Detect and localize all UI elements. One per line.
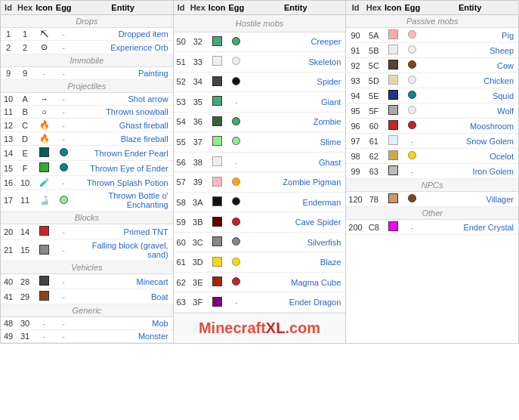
col-hex-right: Hex (365, 1, 383, 15)
col-entity-mid: Entity (246, 1, 345, 15)
icon-falling-block (34, 239, 54, 261)
col-egg-right: Egg (403, 1, 422, 15)
brand-minecraft: Minecraft (199, 320, 266, 336)
table-row: 20 14 - Primed TNT (1, 224, 173, 239)
section-generic: Generic (1, 304, 173, 317)
section-drops: Drops (1, 15, 173, 28)
table-row: 12 C 🔥 - Ghast fireball (1, 119, 173, 132)
table-row: 1 1 ⛏ - Dropped item (1, 28, 173, 41)
icon-mob: - (34, 317, 54, 330)
main-container: Id Hex Icon Egg Entity Drops 1 1 ⛏ - Dro… (0, 0, 519, 344)
icon-ocelot (383, 149, 403, 164)
table-row: 99 63 - Iron Golem (346, 164, 518, 179)
table-row: 57 39 Zombie Pigman (174, 172, 346, 193)
icon-cow (383, 58, 403, 73)
col-hex-mid: Hex (189, 1, 207, 15)
icon-ender-dragon (207, 292, 227, 313)
icon-pig (383, 28, 403, 43)
icon-blaze (207, 252, 227, 273)
icon-ghast (207, 152, 227, 172)
col-egg-mid: Egg (227, 1, 246, 15)
col-icon-left: Icon (34, 1, 54, 15)
icon-boat (34, 289, 54, 304)
icon-giant (207, 92, 227, 113)
section-immobile: Immobile (1, 54, 173, 67)
table-row: 50 32 Creeper (174, 32, 346, 52)
table-row: 91 5B Sheep (346, 43, 518, 58)
col-egg-left: Egg (54, 1, 73, 15)
table-row: 200 C8 - Ender Crystal (346, 220, 518, 235)
col-hex-left: Hex (16, 1, 34, 15)
col-id-right: Id (346, 1, 364, 15)
table-row: 55 37 Slime (174, 132, 346, 153)
icon-minecart (34, 274, 54, 289)
icon-chicken (383, 73, 403, 88)
table-row: 14 E Thrown Ender Pearl (1, 146, 173, 161)
icon-arrow: → (34, 93, 54, 106)
icon-snow-golem (383, 134, 403, 149)
table-row: 54 36 Zombie (174, 112, 346, 132)
icon-cave-spider (207, 212, 227, 233)
table-row: 41 29 - Boat (1, 289, 173, 304)
icon-enderman (207, 192, 227, 212)
table-row: 40 28 - Minecart (1, 274, 173, 289)
section-passive: Passive mobs (346, 15, 518, 28)
brand-xl: XL (266, 320, 286, 336)
table-row: 51 33 Skeleton (174, 52, 346, 73)
table-row: 53 35 - Giant (174, 92, 346, 113)
table-row: 63 3F - Ender Dragon (174, 292, 346, 313)
table-row: 56 38 - Ghast (174, 152, 346, 172)
icon-zombie-pigman (207, 172, 227, 193)
table-row: 49 31 - - Monster (1, 330, 173, 343)
icon-iron-golem (383, 164, 403, 179)
icon-ender-crystal (383, 220, 403, 235)
icon-exp-orb: ⊙ (34, 41, 54, 54)
col-id-mid: Id (174, 1, 189, 15)
left-panel: Id Hex Icon Egg Entity Drops 1 1 ⛏ - Dro… (1, 1, 174, 343)
table-row: 58 3A Enderman (174, 192, 346, 212)
icon-tnt (34, 224, 54, 239)
icon-dropped-item: ⛏ (34, 28, 54, 41)
icon-eye-of-ender (34, 161, 54, 176)
table-row: 48 30 - - Mob (1, 317, 173, 330)
icon-skeleton (207, 52, 227, 73)
icon-monster: - (34, 330, 54, 343)
table-row: 13 D 🔥 - Blaze fireball (1, 132, 173, 146)
table-row: 16 10 🧪 - Thrown Splash Potion (1, 176, 173, 190)
icon-squid (383, 88, 403, 103)
section-other: Other (346, 207, 518, 220)
table-row: 61 3D Blaze (174, 252, 346, 273)
section-hostile: Hostile mobs (174, 15, 346, 32)
table-row: 15 F Thrown Eye of Ender (1, 161, 173, 176)
table-row: 52 34 Spider (174, 72, 346, 92)
icon-villager (383, 192, 403, 207)
icon-zombie (207, 112, 227, 132)
col-entity-right: Entity (422, 1, 518, 15)
table-row: 2 2 ⊙ - Experience Orb (1, 41, 173, 54)
section-vehicles: Vehicles (1, 261, 173, 274)
col-icon-right: Icon (383, 1, 403, 15)
icon-magma-cube (207, 272, 227, 292)
icon-creeper (207, 32, 227, 52)
table-row: 90 5A Pig (346, 28, 518, 43)
table-row: 9 9 - - Painting (1, 67, 173, 80)
icon-mooshroom (383, 119, 403, 134)
table-row: 93 5D Chicken (346, 73, 518, 88)
table-row: 98 62 Ocelot (346, 149, 518, 164)
right-panel: Id Hex Icon Egg Entity Passive mobs 90 5… (346, 1, 518, 343)
table-row: 62 3E Magma Cube (174, 272, 346, 292)
table-row: 59 3B Cave Spider (174, 212, 346, 233)
section-blocks: Blocks (1, 212, 173, 224)
icon-ghast-fireball: 🔥 (34, 119, 54, 132)
icon-silverfish (207, 232, 227, 252)
icon-splash-potion: 🧪 (34, 176, 54, 190)
icon-spider (207, 72, 227, 92)
table-row: 11 B ○ - Thrown snowball (1, 106, 173, 119)
middle-panel: Id Hex Icon Egg Entity Hostile mobs 50 3… (174, 1, 347, 343)
table-row: 96 60 Mooshroom (346, 119, 518, 134)
table-row: 120 78 Villager (346, 192, 518, 207)
brand-footer: MinecraftXL.com (174, 313, 346, 343)
section-npcs: NPCs (346, 179, 518, 192)
col-entity-left: Entity (73, 1, 173, 15)
table-row: 21 15 - Falling block (gravel, sand) (1, 239, 173, 261)
